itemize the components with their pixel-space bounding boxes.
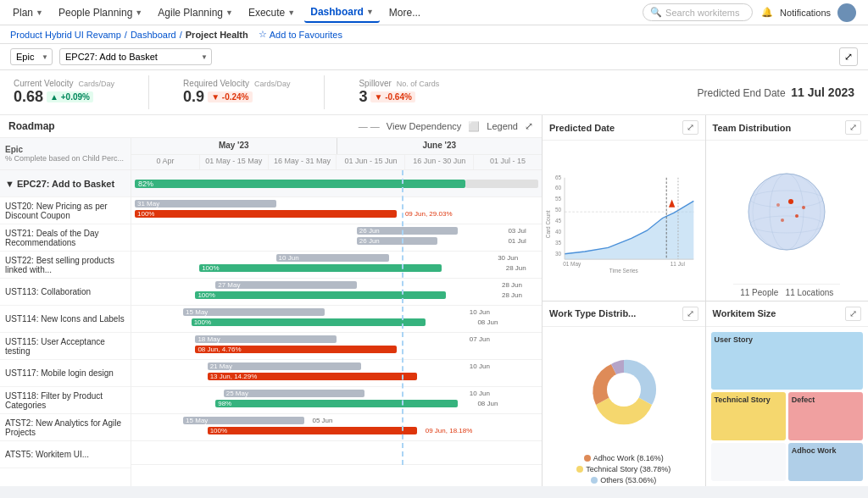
gantt-label-row[interactable]: ▼ EPC27: Add to Basket <box>0 170 131 197</box>
gantt-label-row: ATST2: New Analytics for Agile Projects <box>0 414 131 441</box>
breadcrumb-part-1[interactable]: Product Hybrid UI Revamp <box>10 30 121 40</box>
fullscreen-button[interactable]: ⤢ <box>839 47 858 66</box>
date-cell: 01 Jun - 15 Jun <box>337 155 405 169</box>
gantt-label-row: UST113: Collaboration <box>0 279 131 306</box>
date-cell: 01 May - 15 May <box>200 155 269 169</box>
epic-value-filter-wrap: EPC27: Add to Basket <box>59 48 212 65</box>
predicted-date-header: Predicted Date ⤢ <box>542 115 705 141</box>
required-velocity-delta: ▼ -0.24% <box>208 91 252 102</box>
svg-text:01 May: 01 May <box>563 261 581 268</box>
required-velocity-value: 0.9 <box>183 88 204 106</box>
epic-filter-select[interactable]: Epic <box>10 48 53 65</box>
svg-text:35: 35 <box>555 240 562 246</box>
roadmap-title: Roadmap <box>8 120 55 132</box>
svg-text:Card Count: Card Count <box>546 210 552 238</box>
nav-execute[interactable]: Execute ▼ <box>242 3 301 22</box>
workitem-size-expand-button[interactable]: ⤢ <box>845 307 861 321</box>
gantt-labels: Epic % Complete based on Child Perc... ▼… <box>0 138 131 486</box>
top-nav: Plan ▼ People Planning ▼ Agile Planning … <box>0 0 868 25</box>
predicted-date-title: Predicted Date <box>549 123 682 133</box>
date-cell: 01 Jul - 15 <box>474 155 542 169</box>
workitem-size-panel: Workitem Size ⤢ User Story Technical Sto… <box>706 302 869 487</box>
team-distribution-panel: Team Distribution ⤢ <box>706 115 869 301</box>
breadcrumb: Product Hybrid UI Revamp / Dashboard / P… <box>0 25 868 44</box>
predicted-date-body: 65 60 55 50 45 40 35 30 <box>542 141 705 301</box>
svg-marker-9 <box>565 201 693 259</box>
work-type-header: Work Type Distrib... ⤢ <box>542 302 705 327</box>
epic-value-select[interactable]: EPC27: Add to Basket <box>59 48 212 65</box>
date-cell: 16 Jun - 30 Jun <box>405 155 474 169</box>
legend-technical: Technical Story (38.78%) <box>576 465 670 473</box>
work-type-panel: Work Type Distrib... ⤢ <box>542 302 705 487</box>
gantt-row-ust113: 27 May 28 Jun 100% 28 Jun <box>131 279 542 306</box>
gantt-row-ust20: 31 May 100% 09 Jun, 29.03% <box>131 197 542 224</box>
view-dependency-link[interactable]: View Dependency <box>387 121 461 131</box>
svg-marker-12 <box>669 199 675 207</box>
gantt-chart: May '23 June '23 0 Apr 01 May - 15 May 1… <box>131 138 542 486</box>
month-june: June '23 <box>337 138 542 154</box>
svg-text:65: 65 <box>555 174 562 180</box>
svg-point-29 <box>776 203 780 207</box>
gantt-container: Epic % Complete based on Child Perc... ▼… <box>0 138 542 486</box>
required-velocity-metric: Required Velocity Cards/Day 0.9 ▼ -0.24% <box>183 79 290 106</box>
right-panels: Predicted Date ⤢ 65 60 55 50 45 40 35 30 <box>542 115 868 486</box>
gantt-row-ust22: 10 Jun 30 Jun 100% 28 Jun <box>131 252 542 279</box>
gantt-row-ust115: 18 May 07 Jun 08 Jun, 4.76% <box>131 333 542 360</box>
roadmap-expand-icon[interactable]: ⤢ <box>525 120 533 132</box>
gantt-row-atst2: 15 May 05 Jun 100% 09 Jun, 18.18% <box>131 414 542 441</box>
star-icon: ☆ <box>259 29 267 40</box>
treemap-user-story: User Story <box>711 332 864 390</box>
gantt-row-ust118: 25 May 10 Jun 98% 08 Jun <box>131 387 542 414</box>
gantt-row-ust21: 26 Jun 03 Jul 26 Jun 01 Jul <box>131 224 542 252</box>
nav-dashboard[interactable]: Dashboard ▼ <box>304 3 380 23</box>
spillover-metric: Spillover No. of Cards 3 ▼ -0.64% <box>359 79 439 106</box>
notifications-area: 🔔 Notifications <box>756 3 861 22</box>
predicted-date-panel: Predicted Date ⤢ 65 60 55 50 45 40 35 30 <box>542 115 705 301</box>
svg-point-27 <box>781 219 784 222</box>
roadmap-actions: — — View Dependency ⬜ Legend ⤢ <box>359 120 533 132</box>
work-type-body: Adhoc Work (8.16%) Technical Story (38.7… <box>542 327 705 487</box>
svg-text:30: 30 <box>555 251 562 257</box>
predicted-date-expand-button[interactable]: ⤢ <box>682 120 698 135</box>
date-cell: 16 May - 31 May <box>269 155 337 169</box>
gantt-label-row: ATST5: Workitem UI... <box>0 441 131 468</box>
nav-more[interactable]: More... <box>383 3 426 22</box>
gantt-row-ust114: 15 May 10 Jun 100% 08 Jun <box>131 306 542 333</box>
agile-planning-chevron-icon: ▼ <box>225 8 233 17</box>
search-bar[interactable]: 🔍 Search workitems <box>643 3 753 21</box>
add-to-favourites-button[interactable]: ☆ Add to Favourites <box>259 29 342 40</box>
legend-icon: ⬜ <box>468 121 480 132</box>
gantt-row-epc27: 82% <box>131 170 542 197</box>
month-may: May '23 <box>131 138 337 154</box>
spillover-delta: ▼ -0.64% <box>370 91 415 102</box>
predicted-end-date: Predicted End Date 11 Jul 2023 <box>698 86 854 99</box>
team-distribution-header: Team Distribution ⤢ <box>706 115 869 141</box>
workitem-size-title: Workitem Size <box>713 308 846 318</box>
work-type-expand-button[interactable]: ⤢ <box>682 307 698 321</box>
svg-text:55: 55 <box>555 196 562 202</box>
treemap-defect: Defect <box>788 392 863 440</box>
svg-text:45: 45 <box>555 218 562 224</box>
svg-text:50: 50 <box>555 207 562 213</box>
team-distribution-expand-button[interactable]: ⤢ <box>845 120 861 135</box>
breadcrumb-part-2[interactable]: Dashboard <box>131 30 176 40</box>
bell-icon[interactable]: 🔔 <box>761 7 773 18</box>
gantt-label-row: UST117: Mobile login design <box>0 360 131 387</box>
svg-point-26 <box>795 214 798 218</box>
gantt-label-row: UST115: User Acceptance testing <box>0 333 131 360</box>
treemap-technical-story: Technical Story <box>711 392 786 440</box>
avatar[interactable] <box>837 3 856 22</box>
legend-adhoc: Adhoc Work (8.16%) <box>584 454 664 462</box>
breadcrumb-current: Project Health <box>186 30 248 40</box>
nav-people-planning[interactable]: People Planning ▼ <box>53 3 148 22</box>
search-icon: 🔍 <box>650 7 662 18</box>
treemap-empty <box>711 443 786 481</box>
date-cell: 0 Apr <box>131 155 200 169</box>
nav-agile-planning[interactable]: Agile Planning ▼ <box>152 3 239 22</box>
dependency-line-icon: — — <box>359 121 380 131</box>
execute-chevron-icon: ▼ <box>287 8 295 17</box>
gantt-col-header: Epic % Complete based on Child Perc... <box>0 138 131 170</box>
legend-link[interactable]: Legend <box>487 121 518 131</box>
nav-plan[interactable]: Plan ▼ <box>7 3 49 22</box>
main-area: Roadmap — — View Dependency ⬜ Legend ⤢ E… <box>0 115 868 486</box>
